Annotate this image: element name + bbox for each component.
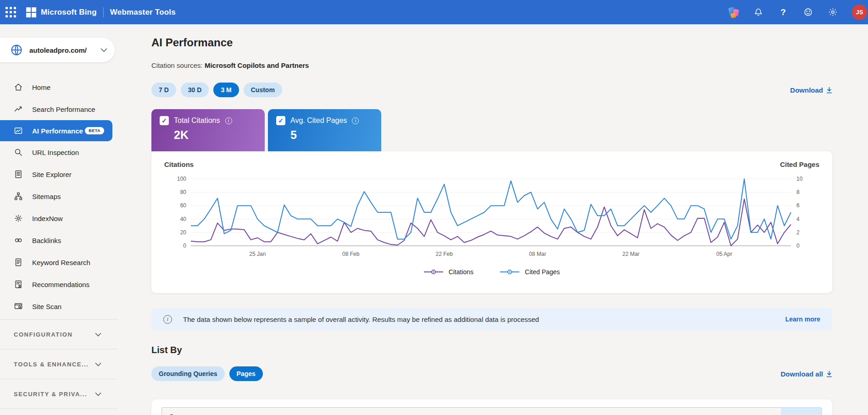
site-selector[interactable]: autoleadpro.com/ bbox=[0, 38, 115, 62]
settings-gear-icon[interactable] bbox=[827, 7, 838, 18]
metric-checkbox[interactable]: ✓ bbox=[276, 116, 285, 125]
info-icon: i bbox=[352, 117, 359, 124]
search-input[interactable] bbox=[181, 414, 774, 415]
metric-card-total-citations[interactable]: ✓Total Citationsi2K bbox=[151, 109, 265, 151]
recommendations-icon bbox=[14, 280, 23, 289]
svg-text:08 Mar: 08 Mar bbox=[529, 251, 546, 257]
sidebar-divider bbox=[0, 409, 118, 409]
legend-marker-icon bbox=[424, 269, 443, 275]
list-by-row: Grounding QueriesPages Download all bbox=[151, 366, 832, 381]
sidebar-item-home[interactable]: Home bbox=[0, 76, 118, 98]
section-label: TOOLS & ENHANCE... bbox=[14, 361, 95, 368]
info-icon: i bbox=[225, 117, 232, 124]
list-by-filter-grounding-queries[interactable]: Grounding Queries bbox=[151, 366, 225, 381]
globe-icon bbox=[10, 44, 23, 56]
section-label: SECURITY & PRIVA... bbox=[14, 391, 95, 398]
time-filters: 7 D30 D3 MCustom bbox=[151, 83, 282, 97]
sidebar-item-backlinks[interactable]: Backlinks bbox=[0, 229, 118, 251]
metric-card-avg-cited-pages[interactable]: ✓Avg. Cited Pagesi5 bbox=[268, 109, 381, 151]
home-icon bbox=[14, 83, 23, 92]
download-all-label: Download all bbox=[780, 370, 823, 378]
sidebar-item-indexnow[interactable]: IndexNow bbox=[0, 207, 118, 229]
chart-legend: CitationsCited Pages bbox=[164, 268, 819, 276]
sidebar-item-label: Recommendations bbox=[32, 281, 89, 288]
metric-checkbox[interactable]: ✓ bbox=[160, 116, 169, 125]
legend-item-citations[interactable]: Citations bbox=[424, 268, 473, 276]
brand-name: Microsoft Bing bbox=[41, 8, 97, 17]
user-avatar[interactable]: JS bbox=[852, 5, 867, 20]
svg-text:100: 100 bbox=[177, 176, 186, 182]
info-banner: i The data shown below represents a samp… bbox=[151, 308, 832, 330]
svg-text:0: 0 bbox=[796, 243, 800, 249]
sidebar-section-tools-enhance[interactable]: TOOLS & ENHANCE... bbox=[0, 351, 118, 377]
sidebar-item-site-scan[interactable]: Site Scan bbox=[0, 295, 118, 317]
sidebar-item-sitemaps[interactable]: Sitemaps bbox=[0, 185, 118, 207]
sidebar-item-user-management[interactable]: User management bbox=[0, 411, 118, 415]
notifications-bell-icon[interactable] bbox=[753, 7, 764, 18]
svg-text:22 Feb: 22 Feb bbox=[436, 251, 453, 257]
svg-text:4: 4 bbox=[796, 216, 800, 222]
left-axis-title: Citations bbox=[164, 160, 194, 168]
url-inspection-icon bbox=[14, 148, 23, 157]
sitemaps-icon bbox=[14, 192, 23, 201]
time-filter-7-d[interactable]: 7 D bbox=[151, 83, 176, 97]
right-axis-title: Cited Pages bbox=[780, 160, 819, 168]
download-button[interactable]: Download bbox=[790, 86, 832, 94]
copilot-icon[interactable] bbox=[728, 7, 739, 18]
legend-marker-icon bbox=[500, 269, 519, 275]
svg-text:0: 0 bbox=[183, 243, 186, 249]
download-all-arrow-icon bbox=[826, 371, 832, 377]
sidebar-item-site-explorer[interactable]: Site Explorer bbox=[0, 163, 118, 185]
banner-text: The data shown below represents a sample… bbox=[183, 315, 774, 323]
app-launcher-icon[interactable] bbox=[6, 7, 16, 17]
sidebar-item-ai-performance[interactable]: AI PerformanceBETA bbox=[0, 120, 112, 141]
topbar-actions: ? JS bbox=[728, 5, 862, 20]
help-icon[interactable]: ? bbox=[778, 7, 789, 18]
sidebar-divider bbox=[0, 349, 118, 349]
time-filter-3-m[interactable]: 3 M bbox=[213, 83, 239, 97]
sidebar-item-label: IndexNow bbox=[32, 215, 63, 222]
list-by-filter-pages[interactable]: Pages bbox=[229, 366, 263, 381]
microsoft-logo bbox=[26, 7, 36, 17]
sidebar-item-url-inspection[interactable]: URL Inspection bbox=[0, 141, 118, 163]
feedback-smiley-icon[interactable] bbox=[802, 7, 813, 18]
metric-value: 2K bbox=[174, 128, 256, 142]
site-explorer-icon bbox=[14, 170, 23, 179]
legend-item-cited-pages[interactable]: Cited Pages bbox=[500, 268, 560, 276]
search-performance-icon bbox=[14, 105, 23, 114]
sidebar-item-label: URL Inspection bbox=[32, 149, 79, 156]
sidebar-item-label: Sitemaps bbox=[32, 193, 61, 200]
sidebar-divider bbox=[0, 379, 118, 379]
learn-more-link[interactable]: Learn more bbox=[785, 315, 820, 323]
sidebar-divider bbox=[0, 319, 118, 320]
svg-text:08 Feb: 08 Feb bbox=[342, 251, 360, 257]
chart-panel: Citations Cited Pages 002024046068081001… bbox=[151, 151, 832, 293]
main-content: AI Performance Citation sources: Microso… bbox=[118, 24, 868, 415]
citation-sources-label: Citation sources: bbox=[151, 61, 203, 69]
svg-text:80: 80 bbox=[180, 189, 187, 195]
svg-text:20: 20 bbox=[180, 229, 187, 236]
sidebar-item-search-performance[interactable]: Search Performance bbox=[0, 98, 118, 120]
sidebar-section-security-priva[interactable]: SECURITY & PRIVA... bbox=[0, 381, 118, 407]
section-label: CONFIGURATION bbox=[14, 331, 95, 338]
chevron-down-icon bbox=[95, 362, 101, 366]
page-title: AI Performance bbox=[151, 36, 832, 49]
download-arrow-icon bbox=[826, 87, 832, 94]
beta-badge: BETA bbox=[85, 127, 104, 134]
info-icon: i bbox=[163, 315, 172, 324]
svg-text:8: 8 bbox=[796, 189, 800, 195]
sidebar-item-keyword-research[interactable]: Keyword Research bbox=[0, 251, 118, 273]
citations-chart[interactable]: 002024046068081001025 Jan08 Feb22 Feb08 … bbox=[164, 172, 818, 259]
time-filter-30-d[interactable]: 30 D bbox=[181, 83, 209, 97]
product-name: Webmaster Tools bbox=[110, 8, 176, 17]
sidebar-section-configuration[interactable]: CONFIGURATION bbox=[0, 321, 118, 347]
svg-text:2: 2 bbox=[796, 229, 800, 236]
time-filter-row: 7 D30 D3 MCustom Download bbox=[151, 83, 832, 97]
sidebar-item-recommendations[interactable]: Recommendations bbox=[0, 273, 118, 295]
citation-sources-value: Microsoft Copilots and Partners bbox=[205, 61, 309, 69]
search-button[interactable]: Search bbox=[781, 407, 822, 415]
sidebar-item-label: Backlinks bbox=[32, 237, 61, 244]
indexnow-icon bbox=[14, 214, 23, 223]
time-filter-custom[interactable]: Custom bbox=[244, 83, 282, 97]
download-all-button[interactable]: Download all bbox=[780, 370, 832, 378]
